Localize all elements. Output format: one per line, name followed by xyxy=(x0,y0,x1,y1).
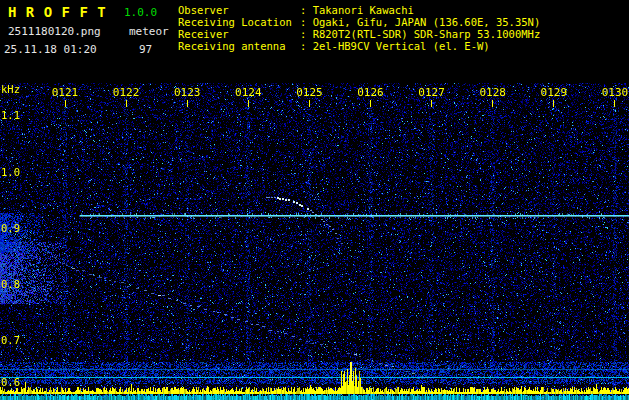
info-label-2: Receiver xyxy=(178,28,300,40)
observation-timestamp: 25.11.18 01:20 xyxy=(4,43,97,56)
x-tick-0129: 0129 xyxy=(541,86,568,99)
info-value-1: : Ogaki, Gifu, JAPAN (136.60E, 35.35N) xyxy=(300,16,540,28)
y-tick-0.7: 0.7 xyxy=(1,334,20,346)
y-tick-1.0: 1.0 xyxy=(1,166,20,178)
x-tick-0122: 0122 xyxy=(113,86,140,99)
x-tick-0126: 0126 xyxy=(357,86,384,99)
info-label-0: Observer xyxy=(178,4,300,16)
x-tick-0127: 0127 xyxy=(418,86,445,99)
y-tick-1.1: 1.1 xyxy=(1,109,20,121)
echo-count: 97 xyxy=(139,43,152,56)
mode-label: meteor xyxy=(129,25,169,38)
y-tick-0.9: 0.9 xyxy=(1,222,20,234)
info-label-1: Receiving Location xyxy=(178,16,300,28)
info-label-3: Receiving antenna xyxy=(178,40,300,52)
info-value-0: : Takanori Kawachi xyxy=(300,4,540,16)
x-tick-0124: 0124 xyxy=(235,86,262,99)
x-tick-0121: 0121 xyxy=(52,86,79,99)
x-tick-0123: 0123 xyxy=(174,86,201,99)
x-tick-0125: 0125 xyxy=(296,86,323,99)
output-filename: 2511180120.png xyxy=(8,25,101,38)
x-tick-0130: 0130 xyxy=(602,86,629,99)
info-value-3: : 2el-HB9CV Vertical (el. E-W) xyxy=(300,40,540,52)
header-left: H R O F F T 1.0.0 2511180120.png meteor … xyxy=(0,0,176,83)
station-info: Observer: Takanori KawachiReceiving Loca… xyxy=(178,4,540,52)
y-axis-unit-label: kHz xyxy=(1,83,20,95)
app-version: 1.0.0 xyxy=(124,6,157,19)
x-tick-0128: 0128 xyxy=(479,86,506,99)
info-value-2: : R820T2(RTL-SDR) SDR-Sharp 53.1000MHz xyxy=(300,28,540,40)
y-tick-0.8: 0.8 xyxy=(1,278,20,290)
spectrogram-canvas xyxy=(0,83,629,400)
app-title: H R O F F T xyxy=(8,4,106,20)
hrofft-window: H R O F F T 1.0.0 2511180120.png meteor … xyxy=(0,0,629,400)
y-tick-0.6: 0.6 xyxy=(1,376,20,388)
